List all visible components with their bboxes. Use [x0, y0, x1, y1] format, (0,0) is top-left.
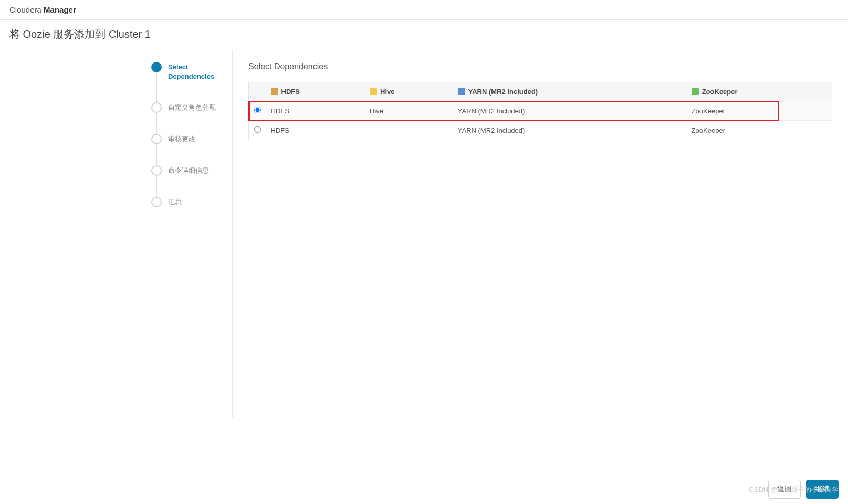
section-title: Select Dependencies [248, 62, 832, 71]
brand-bold: Manager [44, 5, 76, 14]
wizard-step-summary[interactable]: 汇总 [151, 197, 227, 207]
wizard-step-label: 自定义角色分配 [168, 102, 216, 112]
row-radio-cell[interactable] [249, 101, 267, 121]
dependencies-table-wrap: HDFS Hive YARN (MR2 Included) ZooKeeper … [248, 82, 832, 140]
wizard-bullet-icon [151, 102, 162, 113]
dependency-radio[interactable] [254, 126, 261, 133]
dependency-option-row[interactable]: HDFS YARN (MR2 Included) ZooKeeper [249, 121, 832, 140]
brand-light: Cloudera [9, 5, 44, 14]
body-area: Select Dependencies 自定义角色分配 审核更改 命令详细信息 … [0, 50, 848, 418]
content-area: Select Dependencies HDFS Hive YARN (MR2 … [233, 50, 848, 418]
hive-icon [370, 88, 377, 95]
header-hive: Hive [365, 82, 454, 101]
zookeeper-icon [692, 88, 699, 95]
dependencies-table: HDFS Hive YARN (MR2 Included) ZooKeeper … [248, 82, 832, 140]
wizard-step-label: 命令详细信息 [168, 165, 209, 175]
dependency-radio[interactable] [254, 107, 261, 113]
wizard-step-label: Select Dependencies [168, 62, 226, 81]
wizard-bullet-icon [151, 134, 162, 144]
header-zookeeper: ZooKeeper [687, 82, 832, 101]
cell-hive [365, 121, 454, 140]
header-label: YARN (MR2 Included) [468, 88, 538, 96]
wizard-bullet-icon [151, 197, 162, 207]
wizard-step-review-changes[interactable]: 审核更改 [151, 134, 227, 165]
wizard-connector [156, 176, 157, 197]
header-hdfs: HDFS [267, 82, 366, 101]
wizard-bullet-icon [151, 62, 162, 72]
header-yarn: YARN (MR2 Included) [454, 82, 687, 101]
wizard-connector [156, 144, 157, 165]
cell-yarn: YARN (MR2 Included) [454, 121, 687, 140]
wizard-connector [156, 72, 157, 102]
wizard-step-assign-roles[interactable]: 自定义角色分配 [151, 102, 227, 134]
wizard-step-command-details[interactable]: 命令详细信息 [151, 165, 227, 197]
header-radio-col [249, 82, 267, 101]
cell-hdfs: HDFS [267, 121, 366, 140]
wizard-step-select-dependencies[interactable]: Select Dependencies [151, 62, 227, 102]
header-label: Hive [380, 88, 394, 96]
wizard-bullet-icon [151, 165, 162, 176]
gutter-left [0, 50, 146, 418]
yarn-icon [458, 88, 465, 95]
row-radio-cell[interactable] [249, 121, 267, 140]
cell-hdfs: HDFS [267, 101, 366, 121]
header-label: ZooKeeper [702, 88, 738, 96]
table-header-row: HDFS Hive YARN (MR2 Included) ZooKeeper [249, 82, 832, 101]
header-label: HDFS [281, 88, 300, 96]
wizard-connector [156, 113, 157, 134]
page-title: 将 Oozie 服务添加到 Cluster 1 [0, 20, 848, 50]
dependency-option-row[interactable]: HDFS Hive YARN (MR2 Included) ZooKeeper [249, 101, 832, 121]
cell-hive: Hive [365, 101, 454, 121]
wizard-step-label: 汇总 [168, 197, 182, 207]
wizard-steps: Select Dependencies 自定义角色分配 审核更改 命令详细信息 … [146, 50, 233, 418]
top-bar: Cloudera Manager [0, 0, 848, 20]
wizard-step-label: 审核更改 [168, 134, 195, 144]
cell-zookeeper: ZooKeeper [687, 121, 832, 140]
cell-yarn: YARN (MR2 Included) [454, 101, 687, 121]
hdfs-icon [271, 88, 278, 95]
cell-zookeeper: ZooKeeper [687, 101, 832, 121]
